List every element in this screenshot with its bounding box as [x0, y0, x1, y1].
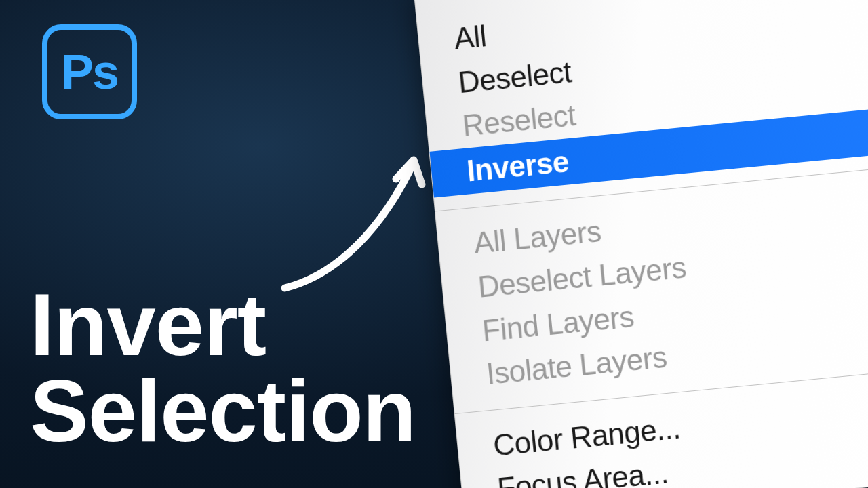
- select-menu: All Deselect Reselect Inverse All Layers…: [414, 0, 868, 488]
- photoshop-icon: Ps: [42, 24, 137, 119]
- arrow-icon: [271, 142, 434, 298]
- select-menu-panel: All Deselect Reselect Inverse All Layers…: [414, 0, 868, 488]
- photoshop-icon-label: Ps: [61, 44, 118, 100]
- title-line-2: Selection: [30, 368, 416, 454]
- page-title: Invert Selection: [30, 282, 416, 455]
